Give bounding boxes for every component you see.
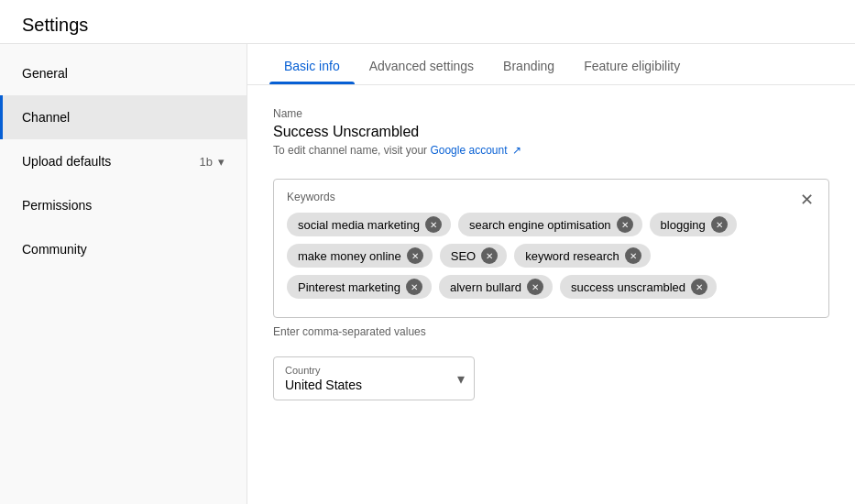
content-area: General Channel Upload defaults 1b ▾ Per… — [0, 44, 855, 504]
tag-remove-social-media-marketing[interactable]: ✕ — [425, 216, 442, 233]
edit-note: To edit channel name, visit your Google … — [273, 144, 829, 157]
tag-label: alvern bullard — [450, 280, 521, 294]
main-content: Basic info Advanced settings Branding Fe… — [247, 44, 855, 504]
tab-advanced-settings[interactable]: Advanced settings — [355, 44, 488, 84]
sidebar-item-label: Community — [22, 242, 87, 257]
tab-basic-info[interactable]: Basic info — [269, 44, 355, 84]
sidebar: General Channel Upload defaults 1b ▾ Per… — [0, 44, 247, 504]
keywords-container: Keywords ✕ social media marketing ✕ sear… — [273, 179, 829, 318]
sidebar-item-permissions[interactable]: Permissions — [0, 183, 247, 227]
tab-feature-eligibility[interactable]: Feature eligibility — [569, 44, 695, 84]
upload-defaults-controls: 1b ▾ — [200, 155, 225, 169]
page-title: Settings — [22, 15, 833, 36]
sidebar-item-label: Channel — [22, 110, 70, 125]
tag-alvern-bullard: alvern bullard ✕ — [439, 275, 553, 299]
form-content: Name Success Unscrambled To edit channel… — [247, 85, 855, 422]
country-label: Country — [285, 365, 463, 376]
tag-label: Pinterest marketing — [298, 280, 400, 294]
tag-remove-success-unscrambled[interactable]: ✕ — [691, 279, 707, 295]
country-container: Country United States ▾ — [273, 356, 475, 400]
tag-remove-make-money-online[interactable]: ✕ — [407, 247, 423, 264]
sidebar-item-label: Permissions — [22, 198, 92, 213]
tag-label: SEO — [451, 249, 476, 263]
sidebar-item-general[interactable]: General — [0, 51, 247, 95]
tag-label: success unscrambled — [571, 280, 685, 294]
tag-label: social media marketing — [298, 218, 420, 232]
sidebar-item-upload-defaults[interactable]: Upload defaults 1b ▾ — [0, 139, 247, 183]
sidebar-item-label: General — [22, 66, 68, 81]
tag-label: search engine optimisation — [469, 218, 611, 232]
tag-make-money-online: make money online ✕ — [287, 244, 433, 268]
keywords-label: Keywords — [287, 191, 816, 203]
chevron-down-icon: ▾ — [218, 155, 225, 169]
external-link-icon: ↗ — [512, 144, 521, 157]
tag-keyword-research: keyword research ✕ — [514, 244, 651, 268]
tag-label: blogging — [661, 218, 706, 232]
tag-label: keyword research — [525, 249, 619, 263]
sidebar-item-label: Upload defaults — [22, 154, 111, 169]
tag-search-engine-optimisation: search engine optimisation ✕ — [458, 213, 642, 236]
tag-social-media-marketing: social media marketing ✕ — [287, 213, 451, 236]
tags-row-3: Pinterest marketing ✕ alvern bullard ✕ s… — [287, 275, 816, 299]
tag-remove-keyword-research[interactable]: ✕ — [625, 247, 641, 264]
tab-branding[interactable]: Branding — [488, 44, 569, 84]
name-label: Name — [273, 107, 829, 120]
channel-name: Success Unscrambled — [273, 124, 829, 140]
tag-success-unscrambled: success unscrambled ✕ — [560, 275, 717, 299]
page-header: Settings — [0, 0, 855, 44]
tabs-bar: Basic info Advanced settings Branding Fe… — [247, 44, 855, 85]
tag-remove-search-engine-optimisation[interactable]: ✕ — [617, 216, 633, 233]
tag-remove-alvern-bullard[interactable]: ✕ — [527, 279, 543, 295]
tag-pinterest-marketing: Pinterest marketing ✕ — [287, 275, 432, 299]
tag-remove-blogging[interactable]: ✕ — [711, 216, 728, 233]
tag-remove-seo[interactable]: ✕ — [481, 247, 498, 264]
chevron-down-icon: ▾ — [457, 370, 465, 388]
tag-label: make money online — [298, 249, 401, 263]
hint-text: Enter comma-separated values — [273, 325, 829, 338]
settings-page: Settings General Channel Upload defaults… — [0, 0, 855, 504]
google-account-link[interactable]: Google account ↗ — [430, 144, 521, 157]
sidebar-item-channel[interactable]: Channel — [0, 95, 247, 139]
tags-row-2: make money online ✕ SEO ✕ keyword resear… — [287, 244, 816, 268]
tag-remove-pinterest-marketing[interactable]: ✕ — [406, 279, 422, 295]
keywords-clear-button[interactable]: ✕ — [795, 189, 817, 211]
country-value: United States — [285, 378, 463, 392]
upload-badge: 1b — [200, 155, 213, 169]
tag-seo: SEO ✕ — [440, 244, 507, 268]
tag-blogging: blogging ✕ — [650, 213, 737, 236]
sidebar-item-community[interactable]: Community — [0, 227, 247, 271]
country-select[interactable]: Country United States ▾ — [273, 356, 475, 400]
tags-row-1: social media marketing ✕ search engine o… — [287, 213, 816, 236]
